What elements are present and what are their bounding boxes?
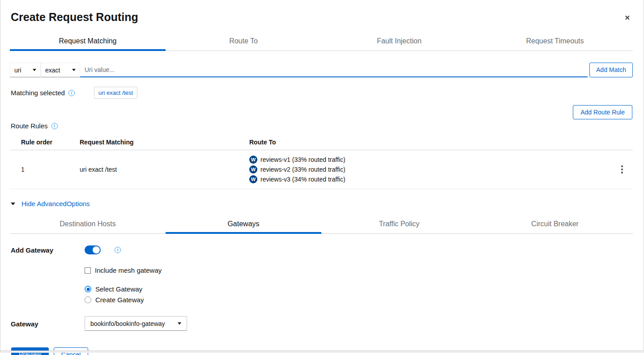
add-gateway-toggle[interactable] — [85, 245, 101, 254]
add-match-button[interactable]: Add Match — [589, 63, 633, 77]
select-gateway-label[interactable]: Select Gateway — [95, 285, 142, 293]
tab-destination-hosts[interactable]: Destination Hosts — [10, 217, 166, 233]
create-gateway-option: Create Gateway — [85, 296, 633, 304]
chevron-down-icon[interactable] — [11, 203, 15, 205]
tab-fault-injection[interactable]: Fault Injection — [321, 34, 477, 51]
gateway-mode-radio-group: Select Gateway Create Gateway — [85, 285, 633, 304]
page-background-edge — [0, 351, 644, 353]
column-header-route-to: Route To — [249, 139, 611, 146]
add-gateway-label: Add Gateway — [11, 245, 85, 254]
add-route-rule-row: Add Route Rule — [10, 105, 632, 119]
route-entry: W reviews-v2 (33% routed traffic) — [249, 165, 611, 173]
workload-badge: W — [249, 175, 257, 183]
add-route-rule-button[interactable]: Add Route Rule — [573, 105, 632, 119]
tab-traffic-policy[interactable]: Traffic Policy — [321, 217, 477, 233]
close-icon[interactable]: ✕ — [622, 12, 633, 24]
match-operator-value: exact — [45, 67, 60, 74]
tab-request-matching[interactable]: Request Matching — [10, 34, 166, 51]
route-rules-label: Route Rules — [11, 122, 48, 130]
match-field-select[interactable]: uri — [10, 63, 41, 77]
gateway-select-row: Gateway bookinfo/bookinfo-gateway — [11, 316, 633, 331]
route-rules-table: Rule order Request Matching Route To 1 u… — [10, 134, 633, 189]
column-header-actions — [611, 139, 633, 146]
page-title: Create Request Routing — [11, 11, 138, 24]
workload-badge: W — [249, 165, 257, 173]
chevron-down-icon — [72, 69, 76, 71]
tab-gateways[interactable]: Gateways — [166, 217, 321, 233]
chevron-down-icon — [33, 69, 36, 71]
create-request-routing-modal: Create Request Routing ✕ Request Matchin… — [0, 0, 644, 353]
advanced-options-row: Hide AdvancedOptions — [11, 200, 633, 207]
match-builder-row: uri exact Add Match — [10, 63, 633, 77]
gateway-form: Add Gateway i Include mesh gateway Selec… — [11, 245, 633, 331]
route-entry: W reviews-v1 (33% routed traffic) — [249, 156, 611, 164]
info-icon[interactable]: i — [51, 123, 58, 129]
main-tabs: Request Matching Route To Fault Injectio… — [10, 34, 633, 51]
include-mesh-gateway-row: Include mesh gateway — [85, 266, 633, 274]
add-gateway-row: Add Gateway i — [11, 245, 633, 254]
gateway-select[interactable]: bookinfo/bookinfo-gateway — [85, 316, 187, 331]
column-header-rule-order: Rule order — [21, 139, 80, 146]
modal-header: Create Request Routing ✕ — [0, 0, 644, 24]
route-entry-text: reviews-v1 (33% routed traffic) — [260, 156, 345, 163]
select-gateway-option: Select Gateway — [85, 285, 633, 293]
request-matching-cell: uri exact /test — [80, 156, 249, 183]
matching-selected-label: Matching selected — [11, 89, 65, 97]
gateway-select-value: bookinfo/bookinfo-gateway — [90, 320, 165, 327]
table-row: 1 uri exact /test W reviews-v1 (33% rout… — [10, 150, 633, 189]
create-gateway-radio[interactable] — [85, 296, 91, 303]
info-icon[interactable]: i — [68, 90, 75, 96]
route-entry-text: reviews-v2 (33% routed traffic) — [260, 166, 345, 173]
tab-circuit-breaker[interactable]: Circuit Breaker — [477, 217, 633, 233]
tab-route-to[interactable]: Route To — [166, 34, 321, 51]
table-header-row: Rule order Request Matching Route To — [10, 134, 633, 150]
route-rules-label-row: Route Rules i — [11, 122, 633, 130]
gateway-label: Gateway — [11, 319, 85, 328]
matching-selected-row: Matching selected i uri exact /test — [11, 87, 633, 99]
workload-badge: W — [249, 156, 257, 164]
uri-value-input[interactable] — [80, 63, 588, 77]
add-gateway-toggle-wrap: i — [85, 245, 633, 254]
route-entry-text: reviews-v3 (34% routed traffic) — [260, 176, 345, 183]
chevron-down-icon — [178, 322, 181, 325]
route-to-cell: W reviews-v1 (33% routed traffic) W revi… — [249, 156, 611, 183]
info-icon[interactable]: i — [115, 247, 121, 253]
kebab-menu-icon[interactable] — [611, 156, 633, 183]
create-gateway-label[interactable]: Create Gateway — [95, 296, 144, 304]
match-chip[interactable]: uri exact /test — [94, 87, 137, 99]
column-header-request-matching: Request Matching — [80, 139, 249, 146]
match-operator-select[interactable]: exact — [41, 63, 80, 77]
include-mesh-gateway-label[interactable]: Include mesh gateway — [95, 266, 162, 274]
hide-advanced-options-link[interactable]: Hide AdvancedOptions — [21, 200, 90, 207]
select-gateway-radio[interactable] — [85, 286, 91, 292]
advanced-sub-tabs: Destination Hosts Gateways Traffic Polic… — [10, 217, 633, 234]
match-field-value: uri — [14, 67, 21, 74]
rule-order-cell: 1 — [21, 156, 80, 183]
include-mesh-gateway-checkbox[interactable] — [85, 267, 91, 274]
route-entry: W reviews-v3 (34% routed traffic) — [249, 175, 611, 183]
tab-request-timeouts[interactable]: Request Timeouts — [477, 34, 633, 51]
